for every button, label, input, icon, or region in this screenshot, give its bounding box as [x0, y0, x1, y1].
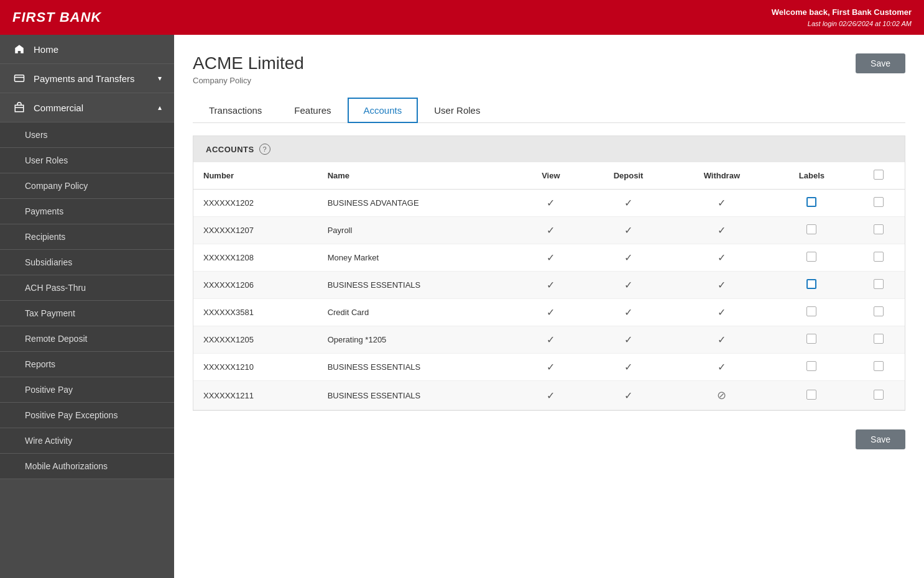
row-checkbox[interactable]: [874, 306, 884, 316]
cell-labels[interactable]: [772, 217, 852, 244]
tab-bar: Transactions Features Accounts User Role…: [193, 98, 905, 123]
sidebar-item-mobile-authorizations-label: Mobile Authorizations: [25, 461, 108, 471]
cell-row-checkbox[interactable]: [852, 354, 905, 381]
cell-deposit: ✓: [584, 190, 672, 217]
cell-row-checkbox[interactable]: [852, 381, 905, 410]
cell-labels[interactable]: [772, 190, 852, 217]
labels-checkbox[interactable]: [806, 390, 816, 400]
row-checkbox[interactable]: [874, 334, 884, 344]
row-checkbox[interactable]: [874, 390, 884, 400]
tab-accounts[interactable]: Accounts: [348, 98, 418, 123]
sidebar-item-users[interactable]: Users: [0, 122, 174, 148]
save-button-bottom[interactable]: Save: [856, 429, 905, 449]
cell-row-checkbox[interactable]: [852, 326, 905, 354]
labels-checkbox[interactable]: [806, 224, 816, 234]
cell-deposit: ✓: [584, 354, 672, 381]
cell-labels[interactable]: [772, 244, 852, 272]
view-check: ✓: [547, 198, 555, 208]
sidebar-item-reports[interactable]: Reports: [0, 352, 174, 377]
labels-checkbox[interactable]: [806, 361, 816, 371]
page-subtitle: Company Policy: [193, 76, 905, 85]
sidebar-item-ach-pass-thru[interactable]: ACH Pass-Thru: [0, 275, 174, 301]
cell-labels[interactable]: [772, 272, 852, 299]
cell-name: Credit Card: [318, 299, 517, 326]
cell-number: XXXXXX1208: [193, 244, 318, 272]
labels-checkbox[interactable]: [806, 306, 816, 316]
cell-withdraw: ⊘: [672, 381, 772, 410]
cell-row-checkbox[interactable]: [852, 217, 905, 244]
withdraw-check: ✓: [718, 334, 726, 345]
cell-labels[interactable]: [772, 326, 852, 354]
row-checkbox[interactable]: [874, 279, 884, 289]
row-checkbox[interactable]: [874, 224, 884, 234]
cell-row-checkbox[interactable]: [852, 272, 905, 299]
sidebar-item-mobile-authorizations[interactable]: Mobile Authorizations: [0, 454, 174, 479]
sidebar-item-wire-activity[interactable]: Wire Activity: [0, 428, 174, 454]
sidebar-item-company-policy[interactable]: Company Policy: [0, 173, 174, 199]
row-checkbox[interactable]: [874, 197, 884, 207]
labels-checkbox[interactable]: [806, 197, 816, 207]
deposit-check: ✓: [624, 307, 632, 318]
cell-row-checkbox[interactable]: [852, 299, 905, 326]
cell-view: ✓: [517, 244, 585, 272]
row-checkbox[interactable]: [874, 252, 884, 262]
cell-deposit: ✓: [584, 244, 672, 272]
tab-features[interactable]: Features: [278, 98, 347, 123]
header-user-info: Welcome back, First Bank Customer Last l…: [772, 6, 912, 29]
tab-user-roles[interactable]: User Roles: [418, 98, 496, 123]
deposit-check: ✓: [624, 362, 632, 372]
col-header-checkbox[interactable]: [852, 162, 905, 190]
cell-deposit: ✓: [584, 299, 672, 326]
cell-labels[interactable]: [772, 299, 852, 326]
sidebar: Home Payments and Transfers ▾: [0, 35, 174, 578]
deposit-check: ✓: [624, 280, 632, 290]
cell-view: ✓: [517, 190, 585, 217]
sidebar-item-commercial[interactable]: Commercial ▴: [0, 93, 174, 122]
accounts-help-icon[interactable]: ?: [259, 144, 270, 155]
cell-row-checkbox[interactable]: [852, 190, 905, 217]
table-row: XXXXXX1205 Operating *1205 ✓ ✓ ✓: [193, 326, 905, 354]
sidebar-item-user-roles[interactable]: User Roles: [0, 148, 174, 173]
deposit-check: ✓: [624, 252, 632, 263]
withdraw-check: ✓: [718, 280, 726, 290]
sidebar-item-payments[interactable]: Payments: [0, 199, 174, 224]
cell-number: XXXXXX1202: [193, 190, 318, 217]
labels-checkbox[interactable]: [806, 334, 816, 344]
sidebar-item-reports-label: Reports: [25, 359, 55, 369]
sidebar-item-home[interactable]: Home: [0, 35, 174, 64]
view-check: ✓: [547, 307, 555, 318]
sidebar-item-payments-transfers[interactable]: Payments and Transfers ▾: [0, 64, 174, 93]
sidebar-item-remote-deposit[interactable]: Remote Deposit: [0, 326, 174, 352]
sidebar-item-positive-pay-label: Positive Pay: [25, 385, 73, 395]
cell-row-checkbox[interactable]: [852, 244, 905, 272]
cell-withdraw: ✓: [672, 299, 772, 326]
sidebar-item-users-label: Users: [25, 130, 48, 140]
cell-labels[interactable]: [772, 381, 852, 410]
cell-labels[interactable]: [772, 354, 852, 381]
tab-transactions[interactable]: Transactions: [193, 98, 278, 123]
cell-deposit: ✓: [584, 381, 672, 410]
sidebar-item-positive-pay[interactable]: Positive Pay: [0, 377, 174, 403]
sidebar-item-wire-activity-label: Wire Activity: [25, 436, 72, 446]
page-title: ACME Limited: [193, 53, 905, 73]
col-view: View: [517, 162, 585, 190]
sidebar-item-tax-payment[interactable]: Tax Payment: [0, 301, 174, 326]
withdraw-check: ✓: [718, 198, 726, 208]
labels-checkbox[interactable]: [806, 252, 816, 262]
sidebar-item-recipients[interactable]: Recipients: [0, 224, 174, 250]
header-checkbox[interactable]: [874, 170, 884, 180]
app-logo: FIRST BANK: [12, 9, 101, 25]
view-check: ✓: [547, 252, 555, 263]
row-checkbox[interactable]: [874, 361, 884, 371]
save-button-top[interactable]: Save: [856, 53, 905, 73]
sidebar-item-payments-label: Payments and Transfers: [34, 73, 135, 84]
payments-chevron: ▾: [158, 74, 162, 83]
sidebar-item-subsidiaries[interactable]: Subsidiaries: [0, 250, 174, 275]
cell-view: ✓: [517, 326, 585, 354]
sidebar-item-company-policy-label: Company Policy: [25, 181, 88, 191]
col-labels: Labels: [772, 162, 852, 190]
sidebar-item-remote-deposit-label: Remote Deposit: [25, 334, 87, 344]
labels-checkbox[interactable]: [806, 279, 816, 289]
sidebar-item-positive-pay-exceptions[interactable]: Positive Pay Exceptions: [0, 403, 174, 428]
table-row: XXXXXX1206 BUSINESS ESSENTIALS ✓ ✓ ✓: [193, 272, 905, 299]
